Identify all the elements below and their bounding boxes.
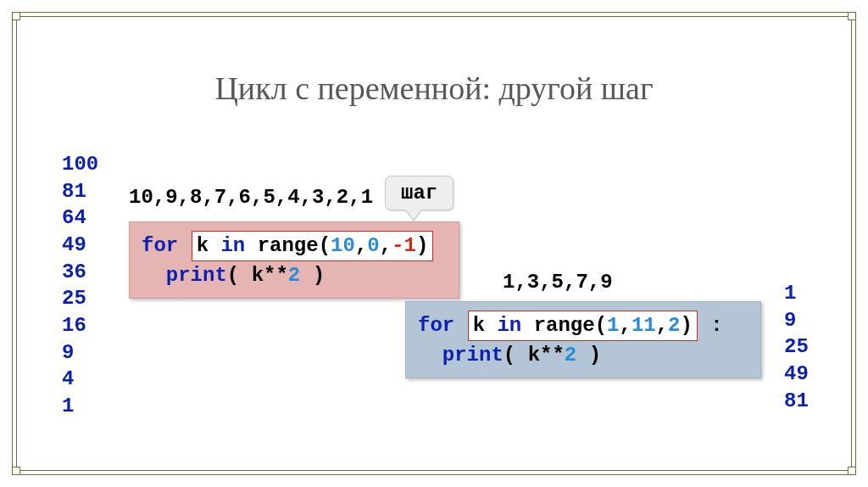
variable-name: k: [473, 314, 485, 337]
output-value: 49: [784, 361, 809, 388]
number-literal: 2: [668, 314, 680, 337]
decorative-frame-outer: Цикл с переменной: другой шаг 100 81 64 …: [12, 12, 856, 475]
output-value: 100: [62, 151, 98, 178]
step-badge: шаг: [385, 176, 453, 210]
code-line: print( k**2 ): [418, 341, 748, 370]
output-right-column: 1 9 25 49 81: [784, 280, 809, 414]
paren-open: (: [227, 264, 252, 287]
output-value: 9: [62, 339, 98, 367]
output-value: 36: [62, 259, 98, 286]
keyword-in: in: [497, 314, 521, 337]
code-block-2: for k in range(1,11,2) : print( k**2 ): [405, 301, 761, 378]
output-value: 81: [62, 178, 98, 205]
output-value: 1: [784, 280, 809, 307]
keyword-for: for: [418, 314, 454, 337]
number-literal: 1: [607, 314, 619, 337]
slide-title: Цикл с переменной: другой шаг: [17, 70, 851, 107]
number-literal: 10: [331, 234, 355, 257]
output-value: 25: [784, 333, 809, 361]
keyword-print: print: [166, 264, 227, 287]
function-range: range: [534, 314, 595, 337]
output-value: 1: [62, 393, 98, 420]
keyword-in: in: [220, 234, 245, 257]
output-value: 4: [62, 366, 98, 393]
output-value: 64: [62, 204, 98, 232]
output-value: 81: [784, 388, 809, 415]
corner-decoration: [848, 467, 856, 475]
corner-decoration: [848, 12, 856, 20]
code-block-1: for k in range(10,0,-1) print( k**2 ): [129, 221, 459, 299]
expression: k**: [528, 344, 565, 367]
output-value: 49: [62, 232, 98, 259]
number-literal: 0: [367, 234, 379, 257]
code-line: for k in range(1,11,2) :: [418, 311, 748, 341]
keyword-for: for: [142, 234, 178, 257]
expression: k**: [252, 264, 288, 287]
paren-close: ): [576, 344, 601, 367]
sequence-label-2: 1,3,5,7,9: [503, 271, 613, 294]
corner-decoration: [12, 12, 20, 20]
colon: :: [710, 314, 722, 337]
output-left-column: 100 81 64 49 36 25 16 9 4 1: [62, 151, 98, 420]
code-line: print( k**2 ): [142, 261, 447, 290]
slide-page: Цикл с переменной: другой шаг 100 81 64 …: [0, 0, 868, 487]
variable-name: k: [197, 234, 209, 257]
decorative-frame-inner: Цикл с переменной: другой шаг 100 81 64 …: [16, 16, 852, 471]
code-line: for k in range(10,0,-1): [142, 231, 447, 261]
corner-decoration: [12, 467, 20, 475]
number-literal: 11: [632, 314, 656, 337]
paren-open: (: [504, 344, 528, 367]
number-literal: 2: [565, 344, 576, 367]
range-highlight: k in range(1,11,2): [468, 311, 698, 341]
number-literal: 2: [288, 264, 300, 287]
sequence-label-1: 10,9,8,7,6,5,4,3,2,1: [129, 186, 373, 209]
output-value: 25: [62, 285, 98, 312]
output-value: 16: [62, 312, 98, 339]
keyword-print: print: [442, 344, 504, 367]
number-literal: -1: [392, 234, 416, 257]
output-value: 9: [784, 307, 809, 334]
range-highlight: k in range(10,0,-1): [192, 231, 434, 261]
function-range: range: [258, 234, 319, 257]
paren-close: ): [300, 264, 325, 287]
